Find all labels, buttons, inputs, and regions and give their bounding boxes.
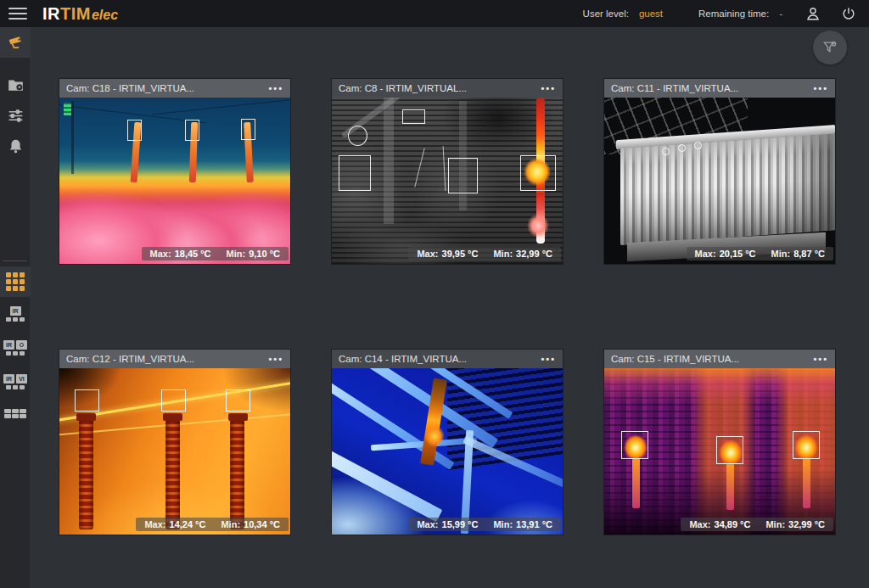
insulator-cap	[76, 413, 96, 421]
max-temp: Max:15,99 °C	[417, 519, 478, 529]
logo-elec: elec	[92, 8, 118, 23]
ir-box-label: IR	[3, 340, 14, 350]
camera-panel-header[interactable]: Cam: C15 - IRTIM_VIRTUA... •••	[604, 350, 835, 368]
bushing-detail	[726, 463, 734, 510]
roi-marker	[402, 109, 425, 124]
camera-title: Cam: C11 - IRTIM_VIRTUA...	[611, 83, 738, 93]
camera-panel-c8: Cam: C8 - IRTIM_VIRTUAL... ••• Max:39,95…	[332, 79, 563, 264]
sliders-icon	[7, 107, 25, 125]
insulator-stack	[230, 420, 244, 529]
min-temp: Min:9,10 °C	[227, 249, 280, 259]
min-temp: Min:32,99 °C	[765, 519, 825, 529]
camera-panel-header[interactable]: Cam: C14 - IRTIM_VIRTUA... •••	[332, 350, 563, 368]
min-temp: Min:32,99 °C	[493, 249, 552, 259]
camera-panel-c12: Cam: C12 - IRTIM_VIRTUA... ••• Max:14,24…	[59, 350, 290, 535]
temperature-overlay: Max:15,99 °C Min:13,91 °C	[408, 518, 561, 531]
ir-vi-grid-icon: IRVI	[3, 374, 27, 389]
sidebar-item-grid-ir[interactable]: IR	[0, 299, 31, 329]
wire-detail	[443, 146, 446, 191]
vi-box-label: VI	[16, 374, 27, 384]
roi-marker-circle	[694, 142, 702, 149]
wire-detail	[152, 98, 290, 115]
sidebar-item-live-cameras[interactable]	[0, 27, 31, 58]
panel-menu-icon[interactable]: •••	[813, 355, 828, 363]
temperature-overlay: Max:20,15 °C Min:8,87 °C	[687, 247, 833, 260]
irtim-elec-app: IRTIMelec User level: guest Remaining ti…	[0, 0, 869, 588]
panel-menu-icon[interactable]: •••	[813, 84, 828, 92]
camera-title: Cam: C12 - IRTIM_VIRTUA...	[66, 354, 194, 364]
thermal-image[interactable]: Max:18,45 °C Min:9,10 °C	[59, 98, 290, 264]
bushing-detail	[803, 458, 810, 508]
camera-title: Cam: C15 - IRTIM_VIRTUA...	[611, 354, 739, 364]
pole-detail	[459, 101, 467, 210]
radiator-body	[620, 133, 835, 245]
camera-panel-header[interactable]: Cam: C12 - IRTIM_VIRTUA... •••	[59, 350, 290, 368]
filter-icon	[821, 39, 838, 56]
sidebar-item-grid-all[interactable]	[0, 266, 31, 297]
sidebar-item-alarms[interactable]	[0, 131, 31, 161]
temperature-overlay: Max:39,95 °C Min:32,99 °C	[408, 247, 561, 260]
ir-photo-grid-icon: IR	[3, 340, 27, 356]
min-temp: Min:8,87 °C	[771, 249, 825, 259]
camera-panel-c14: Cam: C14 - IRTIM_VIRTUA... ••• Max:15,99…	[332, 350, 563, 535]
max-temp: Max:18,45 °C	[150, 249, 211, 259]
camera-panel-header[interactable]: Cam: C8 - IRTIM_VIRTUAL... •••	[332, 79, 563, 98]
ir-grid-icon: IR	[6, 306, 25, 322]
sidebar-item-settings[interactable]	[0, 100, 31, 131]
roi-marker-circle	[678, 144, 686, 152]
camera-title: Cam: C8 - IRTIM_VIRTUAL...	[339, 83, 467, 93]
hot-spot	[424, 425, 445, 447]
camera-panel-c15: Cam: C15 - IRTIM_VIRTUA... ••• Max:34,89…	[604, 350, 835, 535]
user-account-icon[interactable]	[803, 3, 823, 24]
hot-speckle	[64, 103, 71, 115]
ir-box-label: IR	[3, 374, 14, 384]
sidebar-item-recordings[interactable]	[0, 70, 31, 100]
camera-title: Cam: C14 - IRTIM_VIRTUA...	[339, 354, 467, 364]
roi-marker	[127, 120, 142, 141]
max-temp: Max:14,24 °C	[144, 519, 205, 529]
pole-detail	[384, 98, 394, 224]
user-level-label: User level:	[583, 8, 629, 19]
filter-button[interactable]	[813, 31, 847, 64]
roi-marker	[621, 431, 648, 459]
roi-marker-circle	[348, 126, 367, 146]
panel-menu-icon[interactable]: •••	[268, 355, 283, 363]
insulator-cap	[228, 413, 248, 421]
top-bar: IRTIMelec User level: guest Remaining ti…	[0, 0, 869, 27]
camera-grid: Cam: C18 - IRTIM_VIRTUA... ••• Max:18,45…	[59, 79, 835, 535]
thermal-image[interactable]: Max:14,24 °C Min:10,34 °C	[59, 368, 290, 535]
thermal-image[interactable]: Max:39,95 °C Min:32,99 °C	[332, 98, 563, 264]
bell-icon	[7, 137, 25, 155]
insulator-cap	[163, 413, 182, 421]
user-level-value: guest	[639, 8, 663, 19]
photo-box-icon	[16, 340, 27, 350]
roi-marker-circle	[662, 148, 670, 155]
app-logo: IRTIMelec	[42, 4, 118, 24]
roi-marker	[448, 158, 478, 193]
camera-title: Cam: C18 - IRTIM_VIRTUA...	[66, 83, 194, 93]
temperature-overlay: Max:18,45 °C Min:9,10 °C	[142, 247, 289, 260]
sidebar-item-grid-ir-vi[interactable]: IRVI	[0, 367, 31, 397]
thermal-image[interactable]: Max:20,15 °C Min:8,87 °C	[604, 98, 835, 264]
camera-panel-header[interactable]: Cam: C18 - IRTIM_VIRTUA... •••	[59, 79, 290, 98]
roi-marker	[793, 431, 820, 459]
remaining-time-label: Remaining time:	[698, 8, 769, 19]
panel-menu-icon[interactable]: •••	[268, 84, 283, 92]
panel-menu-icon[interactable]: •••	[541, 355, 556, 363]
insulator-stack	[79, 420, 93, 529]
panel-menu-icon[interactable]: •••	[541, 84, 556, 92]
power-logout-icon[interactable]	[838, 3, 859, 24]
thermal-image[interactable]: Max:34,89 °C Min:32,99 °C	[604, 368, 835, 535]
roi-marker	[339, 155, 371, 191]
sidebar-item-grid-ir-photo[interactable]: IR	[0, 333, 31, 363]
sidebar-item-grid-table[interactable]	[0, 398, 31, 428]
min-temp: Min:10,34 °C	[221, 519, 280, 529]
remaining-time-value: -	[779, 8, 782, 19]
camera-panel-header[interactable]: Cam: C11 - IRTIM_VIRTUA... •••	[604, 79, 835, 98]
insulator-stack	[165, 420, 180, 529]
logo-tim: TIM	[60, 4, 91, 24]
thermal-image[interactable]: Max:15,99 °C Min:13,91 °C	[332, 368, 563, 535]
hamburger-menu-icon[interactable]	[8, 7, 27, 20]
table-grid-icon	[4, 409, 26, 418]
hot-spot	[527, 214, 549, 238]
